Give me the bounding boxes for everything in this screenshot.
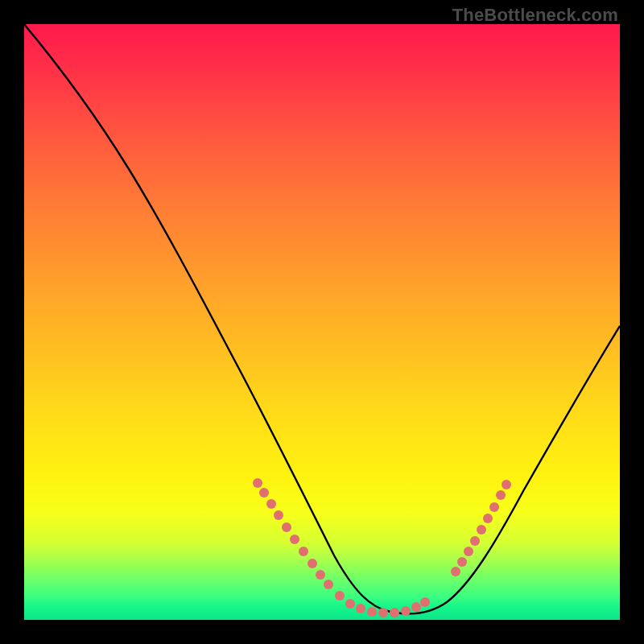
plot-gradient-area	[24, 24, 620, 620]
outer-frame: TheBottleneck.com	[0, 0, 644, 644]
watermark-text: TheBottleneck.com	[452, 5, 618, 26]
